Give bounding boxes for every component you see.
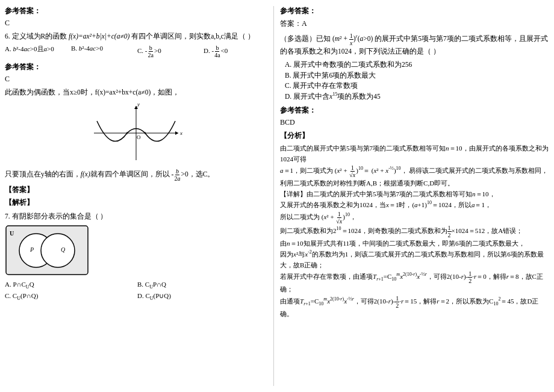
svg-text:y: y bbox=[137, 103, 140, 107]
jieda-title: 【答案】 bbox=[5, 185, 267, 195]
question-6: 6. 定义域为R的函数 f(x)=ax²+b|x|+c(a≠0) 有四个单调区间… bbox=[5, 31, 267, 42]
analysis-line-5: 所以二项式为 (x² + 1√x)10， bbox=[280, 211, 549, 225]
left-column: 参考答案： C 6. 定义域为R的函数 f(x)=ax²+b|x|+c(a≠0)… bbox=[5, 6, 274, 386]
question-8: （多选题）已知 (m² + 1x)r(a>0) 的展开式中第5项与第7项的二项式… bbox=[280, 33, 549, 57]
svg-text:O: O bbox=[137, 134, 141, 140]
analysis-title: 【分析】 bbox=[280, 131, 549, 141]
q7-options: A. P∩CUQ B. CUP∩Q C. CU(P∩Q) D. CU(P∪Q) bbox=[5, 281, 267, 301]
q6-option-d: D. -b4a<0 bbox=[204, 45, 267, 58]
ref-answer-label-1: 参考答案： bbox=[5, 6, 267, 16]
analysis-line-9: 若展开式中存在常数项，由通项Tr+1=C10mx2(10-r)x-½r，可得2(… bbox=[280, 270, 549, 295]
svg-text:Q: Q bbox=[61, 246, 66, 253]
q7-option-b: B. CUP∩Q bbox=[137, 281, 267, 290]
analysis-text: 此函数为偶函数，当x≥0时，f(x)=ax²+bx+c(a≠0)，如图， bbox=[5, 87, 267, 98]
q6-options: A. b²-4ac>0且a>0 B. b²-4ac>0 C. -b2a>0 D.… bbox=[5, 45, 267, 58]
jiexi-title: 【解析】 bbox=[5, 198, 267, 208]
svg-point-11 bbox=[41, 234, 75, 267]
analysis-line-4: 又展开式的各项系数之和为1024，当x＝1时，(a+1)10＝1024，所以a＝… bbox=[280, 199, 549, 210]
analysis-line-1: 由二项式的展开式中第5项与第7项的二项式系数相等可知n＝10，由展开式的各项系数… bbox=[280, 143, 549, 164]
q8-option-d: D. 展开式中含x15项的系数为45 bbox=[285, 91, 549, 102]
q8-option-b: B. 展开式中第6项的系数最大 bbox=[285, 70, 549, 81]
q6-option-b: B. b²-4ac>0 bbox=[71, 45, 135, 58]
q8-option-c: C. 展开式中存在常数项 bbox=[285, 81, 549, 91]
answer-a: 答案：A bbox=[280, 19, 549, 29]
svg-text:x: x bbox=[179, 130, 182, 136]
q6-option-c: C. -b2a>0 bbox=[137, 45, 201, 58]
ref-answer-label-3: 参考答案： bbox=[280, 6, 549, 16]
answer-bcd: BCD bbox=[280, 118, 549, 127]
svg-marker-2 bbox=[175, 131, 178, 135]
svg-text:P: P bbox=[30, 246, 34, 253]
right-column: 参考答案： 答案：A （多选题）已知 (m² + 1x)r(a>0) 的展开式中… bbox=[274, 6, 549, 386]
analysis-2: 只要顶点在y轴的右面，f(x)就有四个单调区间，所以 -b2a>0，选C。 bbox=[5, 168, 267, 182]
venn-diagram: U P Q bbox=[5, 225, 267, 278]
q8-option-a: A. 展开式中奇数项的二项式系数和为256 bbox=[285, 60, 549, 70]
q7-option-d: D. CU(P∪Q) bbox=[137, 292, 267, 301]
q6-formula: f(x)=ax²+b|x|+c(a≠0) bbox=[69, 33, 129, 40]
svg-text:U: U bbox=[10, 230, 14, 237]
analysis-line-6: 则二项式系数和为210＝1024，则奇数项的二项式系数和为12×1024＝512… bbox=[280, 225, 549, 238]
q7-option-c: C. CU(P∩Q) bbox=[5, 292, 135, 301]
ref-answer-label-4: 参考答案： bbox=[280, 105, 549, 116]
analysis-line-10: 由通项Tr+1=C10mx2(10-r)x-½r，可得2(10-r)-12·r＝… bbox=[280, 295, 549, 320]
function-graph: x y O bbox=[88, 103, 184, 163]
analysis-line-2: a＝1，则二项式为 (x² + 1√x)10＝ (x² + x-½)10， 易得… bbox=[280, 164, 549, 189]
analysis-block: 由二项式的展开式中第5项与第7项的二项式系数相等可知n＝10，由展开式的各项系数… bbox=[280, 143, 549, 319]
q6-end: 有四个单调区间，则实数a,b,c满足（ ） bbox=[131, 33, 255, 40]
q6-text: 6. 定义域为R的函数 bbox=[5, 33, 67, 40]
analysis-line-8: 因为x²与x-2的系数均为1，则该二项式展开式的二项式系数与系数相同，所以第6项… bbox=[280, 249, 549, 270]
question-7: 7. 有阴影部分表示的集合是（ ） bbox=[5, 211, 267, 222]
ref-answer-label-2: 参考答案： bbox=[5, 62, 267, 72]
q7-option-a: A. P∩CUQ bbox=[5, 281, 135, 290]
q8-options: A. 展开式中奇数项的二项式系数和为256 B. 展开式中第6项的系数最大 C.… bbox=[285, 60, 549, 102]
answer-c-1: C bbox=[5, 19, 267, 28]
answer-c-2: C bbox=[5, 75, 267, 84]
q6-option-a: A. b²-4ac>0且a>0 bbox=[5, 45, 69, 58]
analysis-line-3: 【详解】由二项式的展开式中第5项与第7项的二项式系数相等可知n＝10， bbox=[280, 189, 549, 200]
analysis-line-7: 由n＝10知展开式共有11项，中间项的二项式系数最大，即第6项的二项式系数最大， bbox=[280, 238, 549, 249]
